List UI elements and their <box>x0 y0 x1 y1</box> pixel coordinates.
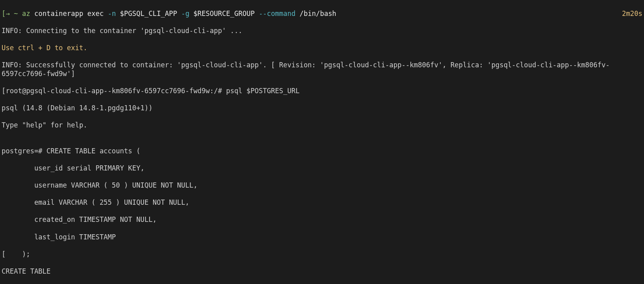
create-table-result: CREATE TABLE <box>2 267 642 276</box>
psql-version: psql (14.8 (Debian 14.8-1.pgdg110+1)) <box>2 104 642 113</box>
create-table-line: email VARCHAR ( 255 ) UNIQUE NOT NULL, <box>2 198 642 207</box>
terminal-output[interactable]: [→ ~ az containerapp exec -n $PGSQL_CLI_… <box>0 0 644 284</box>
create-table-line: created_on TIMESTAMP NOT NULL, <box>2 215 642 224</box>
prompt-marker: [→ ~ <box>2 10 22 18</box>
val-command: /bin/bash <box>295 10 336 18</box>
create-table-line: [ ); <box>2 250 642 259</box>
create-table-line: username VARCHAR ( 50 ) UNIQUE NOT NULL, <box>2 181 642 190</box>
flag-g: -g <box>181 10 189 18</box>
create-table-line: last_login TIMESTAMP <box>2 233 642 242</box>
cmd-name: az <box>22 10 30 18</box>
flag-command: --command <box>259 10 295 18</box>
psql-help-hint: Type "help" for help. <box>2 121 642 130</box>
shell-prompt-line: [root@pgsql-cloud-cli-app--km806fv-6597c… <box>2 87 642 96</box>
info-connecting: INFO: Connecting to the container 'pgsql… <box>2 27 642 35</box>
exit-hint: Use ctrl + D to exit. <box>2 44 642 53</box>
create-table-line: postgres=# CREATE TABLE accounts ( <box>2 147 642 156</box>
top-command-line: [→ ~ az containerapp exec -n $PGSQL_CLI_… <box>2 10 642 18</box>
info-connected: INFO: Successfully connected to containe… <box>2 61 642 78</box>
elapsed-time: 2m20s <box>622 10 642 18</box>
val-n: $PGSQL_CLI_APP <box>116 10 181 18</box>
val-g: $RESOURCE_GROUP <box>189 10 259 18</box>
cmd-args1: containerapp exec <box>30 10 108 18</box>
flag-n: -n <box>108 10 116 18</box>
create-table-line: user_id serial PRIMARY KEY, <box>2 164 642 173</box>
